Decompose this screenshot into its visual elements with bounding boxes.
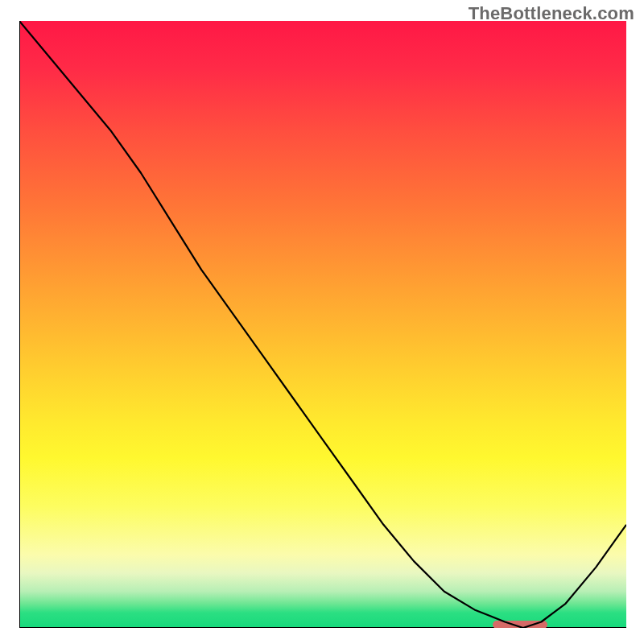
axes: [19, 21, 626, 628]
chart-container: TheBottleneck.com: [0, 0, 644, 644]
chart-svg: [19, 21, 626, 628]
curve-line: [19, 21, 626, 628]
plot-area: [19, 21, 626, 628]
